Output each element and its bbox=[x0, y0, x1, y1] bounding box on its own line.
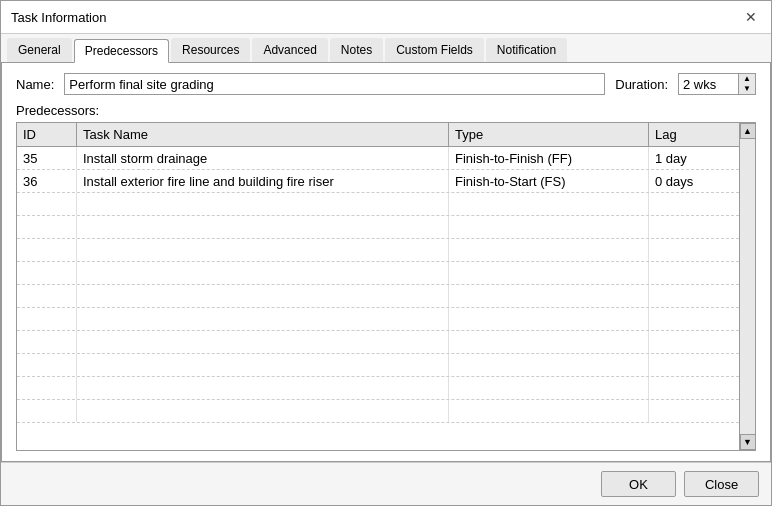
close-button[interactable]: Close bbox=[684, 471, 759, 497]
tab-bar: General Predecessors Resources Advanced … bbox=[1, 34, 771, 63]
cell-id: 36 bbox=[17, 170, 77, 192]
scroll-up-button[interactable]: ▲ bbox=[740, 123, 756, 139]
table-row[interactable] bbox=[17, 239, 739, 262]
table-row[interactable] bbox=[17, 354, 739, 377]
duration-label: Duration: bbox=[615, 77, 668, 92]
duration-input[interactable] bbox=[678, 73, 738, 95]
cell-task-name: Install storm drainage bbox=[77, 147, 449, 169]
tab-notes[interactable]: Notes bbox=[330, 38, 383, 62]
predecessors-label: Predecessors: bbox=[16, 103, 756, 118]
duration-increment-button[interactable]: ▲ bbox=[739, 74, 755, 84]
table-row[interactable] bbox=[17, 308, 739, 331]
cell-type: Finish-to-Finish (FF) bbox=[449, 147, 649, 169]
table-main: ID Task Name Type Lag 35Install storm dr… bbox=[17, 123, 739, 450]
cell-id: 35 bbox=[17, 147, 77, 169]
cell-lag bbox=[649, 377, 739, 399]
table-row[interactable] bbox=[17, 193, 739, 216]
main-content: Name: Duration: ▲ ▼ Predecessors: ID Tas… bbox=[1, 63, 771, 462]
cell-type bbox=[449, 285, 649, 307]
cell-task-name bbox=[77, 308, 449, 330]
cell-lag bbox=[649, 239, 739, 261]
cell-type: Finish-to-Start (FS) bbox=[449, 170, 649, 192]
col-header-type: Type bbox=[449, 123, 649, 146]
cell-id bbox=[17, 239, 77, 261]
table-body: 35Install storm drainageFinish-to-Finish… bbox=[17, 147, 739, 450]
tab-custom-fields[interactable]: Custom Fields bbox=[385, 38, 484, 62]
cell-id bbox=[17, 262, 77, 284]
name-label: Name: bbox=[16, 77, 54, 92]
cell-lag bbox=[649, 331, 739, 353]
cell-type bbox=[449, 400, 649, 422]
cell-lag bbox=[649, 216, 739, 238]
table-scrollbar: ▲ ▼ bbox=[739, 123, 755, 450]
task-information-dialog: Task Information ✕ General Predecessors … bbox=[0, 0, 772, 506]
cell-type bbox=[449, 308, 649, 330]
cell-task-name bbox=[77, 354, 449, 376]
tab-advanced[interactable]: Advanced bbox=[252, 38, 327, 62]
duration-spinner: ▲ ▼ bbox=[738, 73, 756, 95]
cell-task-name bbox=[77, 377, 449, 399]
tab-notification[interactable]: Notification bbox=[486, 38, 567, 62]
dialog-title: Task Information bbox=[11, 10, 106, 25]
title-bar: Task Information ✕ bbox=[1, 1, 771, 34]
cell-id bbox=[17, 193, 77, 215]
col-header-lag: Lag bbox=[649, 123, 739, 146]
cell-lag bbox=[649, 193, 739, 215]
table-row[interactable] bbox=[17, 262, 739, 285]
cell-id bbox=[17, 377, 77, 399]
duration-control: ▲ ▼ bbox=[678, 73, 756, 95]
cell-id bbox=[17, 285, 77, 307]
table-row[interactable] bbox=[17, 331, 739, 354]
cell-type bbox=[449, 331, 649, 353]
scroll-down-button[interactable]: ▼ bbox=[740, 434, 756, 450]
table-row[interactable] bbox=[17, 377, 739, 400]
table-header: ID Task Name Type Lag bbox=[17, 123, 739, 147]
cell-type bbox=[449, 239, 649, 261]
cell-type bbox=[449, 354, 649, 376]
cell-id bbox=[17, 331, 77, 353]
cell-type bbox=[449, 193, 649, 215]
cell-lag bbox=[649, 285, 739, 307]
cell-task-name: Install exterior fire line and building … bbox=[77, 170, 449, 192]
table-row[interactable] bbox=[17, 216, 739, 239]
cell-id bbox=[17, 216, 77, 238]
cell-id bbox=[17, 308, 77, 330]
scroll-track bbox=[740, 139, 755, 434]
table-row[interactable]: 36Install exterior fire line and buildin… bbox=[17, 170, 739, 193]
cell-task-name bbox=[77, 193, 449, 215]
cell-type bbox=[449, 216, 649, 238]
cell-lag: 0 days bbox=[649, 170, 739, 192]
cell-task-name bbox=[77, 400, 449, 422]
col-header-task-name: Task Name bbox=[77, 123, 449, 146]
tab-resources[interactable]: Resources bbox=[171, 38, 250, 62]
cell-task-name bbox=[77, 262, 449, 284]
name-duration-row: Name: Duration: ▲ ▼ bbox=[16, 73, 756, 95]
cell-type bbox=[449, 377, 649, 399]
name-input[interactable] bbox=[64, 73, 605, 95]
tab-general[interactable]: General bbox=[7, 38, 72, 62]
predecessors-table-container: ID Task Name Type Lag 35Install storm dr… bbox=[16, 122, 756, 451]
title-close-button[interactable]: ✕ bbox=[741, 7, 761, 27]
cell-id bbox=[17, 354, 77, 376]
cell-task-name bbox=[77, 239, 449, 261]
table-row[interactable]: 35Install storm drainageFinish-to-Finish… bbox=[17, 147, 739, 170]
cell-task-name bbox=[77, 285, 449, 307]
tab-predecessors[interactable]: Predecessors bbox=[74, 39, 169, 63]
cell-task-name bbox=[77, 331, 449, 353]
ok-button[interactable]: OK bbox=[601, 471, 676, 497]
table-row[interactable] bbox=[17, 400, 739, 423]
cell-lag bbox=[649, 354, 739, 376]
footer: OK Close bbox=[1, 462, 771, 505]
table-row[interactable] bbox=[17, 285, 739, 308]
cell-type bbox=[449, 262, 649, 284]
cell-lag bbox=[649, 400, 739, 422]
cell-lag: 1 day bbox=[649, 147, 739, 169]
cell-lag bbox=[649, 308, 739, 330]
cell-lag bbox=[649, 262, 739, 284]
cell-task-name bbox=[77, 216, 449, 238]
col-header-id: ID bbox=[17, 123, 77, 146]
duration-decrement-button[interactable]: ▼ bbox=[739, 84, 755, 94]
cell-id bbox=[17, 400, 77, 422]
